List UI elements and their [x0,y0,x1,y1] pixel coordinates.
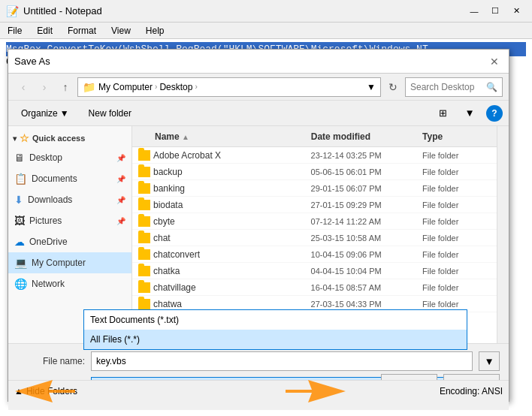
pin-icon-documents: 📌 [116,175,125,183]
onedrive-label: OneDrive [29,237,68,247]
breadcrumb: My Computer › Desktop › [98,82,198,92]
dialog-close-button[interactable]: ✕ [486,53,503,70]
folder-icon [138,150,150,161]
file-type-dropdown: Text Documents (*.txt) All Files (*.*) [83,309,467,350]
dropdown-item-all[interactable]: All Files (*.*) [84,330,467,349]
sidebar-item-pictures[interactable]: 🖼 Pictures 📌 [8,210,131,231]
organize-button[interactable]: Organize ▼ [14,104,76,123]
table-row[interactable]: Adobe Acrobat X 23-12-14 03:25 PM File f… [132,147,497,164]
quick-access-collapse-icon: ▾ [13,134,17,143]
dialog-titlebar: Save As ✕ [8,50,509,74]
sidebar-item-mycomputer[interactable]: 💻 My Computer [8,252,131,273]
search-input[interactable] [410,82,483,92]
scrollbar[interactable] [497,126,509,343]
network-icon: 🌐 [14,278,27,290]
menu-file[interactable]: File [3,24,26,38]
notepad-minimize-button[interactable]: — [464,4,484,19]
column-date[interactable]: Date modified [311,131,422,142]
file-name-cell: chatvillage [132,282,311,293]
sidebar-item-onedrive[interactable]: ☁ OneDrive [8,231,131,252]
refresh-button[interactable]: ↻ [384,78,402,96]
folder-icon [138,183,150,194]
file-name-cell: chatwa [132,299,311,309]
table-row[interactable]: chatvillage 16-04-15 08:57 AM File folde… [132,279,497,296]
desktop-icon: 🖥 [14,152,25,164]
folder-icon-small: 📁 [83,81,95,93]
hide-folders-bar: ▲ Hide Folders Encoding: ANSI [8,380,509,401]
folder-icon [138,233,150,243]
help-button[interactable]: ? [486,105,503,122]
table-row[interactable]: chatka 04-04-15 10:04 PM File folder [132,263,497,279]
menu-view[interactable]: View [107,24,135,38]
address-bar[interactable]: 📁 My Computer › Desktop › ▼ [77,77,381,97]
file-name-cell: chat [132,233,311,243]
organize-label: Organize [21,108,58,119]
filename-label: File name: [17,356,85,366]
sort-arrow: ▲ [182,133,189,141]
save-as-dialog: Save As ✕ ‹ › ↑ 📁 My Computer › Desktop … [8,49,509,402]
file-name-cell: chatconvert [132,249,311,260]
notepad-win-controls: — ☐ ✕ [464,4,526,19]
sidebar-item-downloads[interactable]: ⬇ Downloads 📌 [8,189,131,210]
navigation-bar: ‹ › ↑ 📁 My Computer › Desktop › ▼ ↻ 🔍 [8,74,509,101]
documents-icon: 📋 [14,173,27,185]
pin-icon-desktop: 📌 [116,154,125,162]
notepad-title: Untitled - Notepad [23,5,102,17]
table-row[interactable]: banking 29-01-15 06:07 PM File folder [132,180,497,197]
pictures-label: Pictures [29,216,62,226]
forward-button[interactable]: › [35,78,53,96]
quick-access-label: Quick access [32,134,85,143]
folder-icon [138,266,150,276]
menu-format[interactable]: Format [63,24,101,38]
up-button[interactable]: ↑ [56,78,74,96]
column-type[interactable]: Type [422,131,497,142]
back-button[interactable]: ‹ [14,78,32,96]
file-name-cell: backup [132,167,311,177]
file-name-cell: chatka [132,266,311,276]
address-dropdown-arrow[interactable]: ▼ [367,82,376,92]
file-rows-container: Adobe Acrobat X 23-12-14 03:25 PM File f… [132,147,497,312]
view-button[interactable]: ⊞ [432,104,453,123]
view-dropdown-button[interactable]: ▼ [459,104,480,123]
column-name[interactable]: Name ▲ [132,131,311,142]
desktop-label: Desktop [29,152,62,163]
mycomputer-icon: 💻 [14,257,27,269]
sidebar-item-documents[interactable]: 📋 Documents 📌 [8,168,131,189]
breadcrumb-sep2: › [195,83,197,91]
orange-arrow-left [15,380,75,402]
toolbar: Organize ▼ New folder ⊞ ▼ ? [8,101,509,126]
table-row[interactable]: chat 25-03-15 10:58 AM File folder [132,230,497,246]
notepad-close-button[interactable]: ✕ [506,4,526,19]
folder-icon [138,167,150,177]
breadcrumb-computer[interactable]: My Computer [98,82,153,92]
menu-help[interactable]: Help [141,24,169,38]
table-row[interactable]: biodata 27-01-15 09:29 PM File folder [132,197,497,213]
folder-icon [138,282,150,293]
sidebar-item-desktop[interactable]: 🖥 Desktop 📌 [8,147,131,168]
downloads-label: Downloads [28,194,72,205]
notepad-maximize-button[interactable]: ☐ [485,4,505,19]
new-folder-button[interactable]: New folder [82,104,138,123]
table-row[interactable]: cbyte 07-12-14 11:22 AM File folder [132,213,497,230]
folder-icon [138,249,150,260]
filename-row: File name: ▼ [17,351,500,371]
pictures-icon: 🖼 [14,215,25,227]
file-name-cell: biodata [132,200,311,210]
filename-dropdown-btn[interactable]: ▼ [479,351,500,371]
dropdown-item-text[interactable]: Text Documents (*.txt) [84,310,467,330]
orange-arrow-right [286,380,346,402]
table-row[interactable]: backup 05-06-15 06:01 PM File folder [132,164,497,180]
file-name-cell: banking [132,183,311,194]
search-icon: 🔍 [486,82,497,92]
search-box[interactable]: 🔍 [405,77,503,97]
quick-access-icon: ☆ [20,132,29,144]
sidebar-item-network[interactable]: 🌐 Network [8,273,131,294]
menu-edit[interactable]: Edit [32,24,57,38]
filename-input[interactable] [91,351,473,371]
table-row[interactable]: chatconvert 10-04-15 09:06 PM File folde… [132,246,497,263]
svg-marker-1 [286,380,346,402]
notepad-app-icon: 📝 [6,5,19,17]
downloads-icon: ⬇ [14,194,23,206]
quick-access-header[interactable]: ▾ ☆ Quick access [8,129,131,147]
breadcrumb-desktop[interactable]: Desktop [159,82,192,92]
